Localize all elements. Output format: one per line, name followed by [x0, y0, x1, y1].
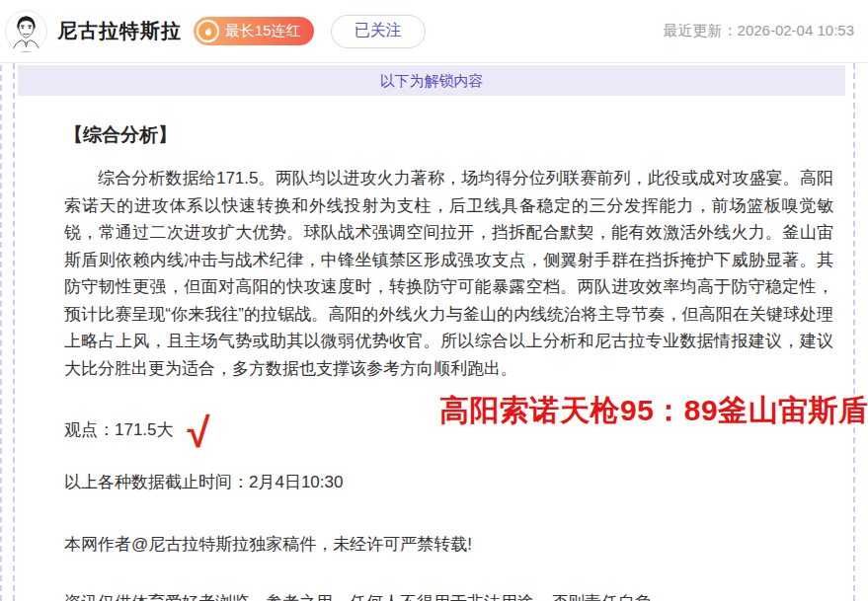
streak-badge: 最长15连红	[194, 17, 314, 45]
copyright-notice: 本网作者@尼古拉特斯拉独家稿件，未经许可严禁转载!	[15, 533, 853, 556]
author-header: 尼古拉特斯拉 最长15连红 已关注 最近更新：2026-02-04 10:53	[0, 0, 868, 63]
viewpoint-label: 观点：171.5大	[64, 420, 174, 439]
section-title: 【综合分析】	[15, 122, 853, 148]
author-name: 尼古拉特斯拉	[57, 18, 182, 44]
last-updated-text: 最近更新：2026-02-04 10:53	[664, 22, 854, 40]
unlock-banner: 以下为解锁内容	[18, 65, 845, 96]
followed-button[interactable]: 已关注	[331, 15, 426, 48]
page-edge-dashed-border	[0, 65, 2, 601]
data-cutoff-text: 以上各种数据截止时间：2月4日10:30	[15, 471, 853, 493]
disclaimer-text: 资讯仅供体育爱好者浏览、参考之用。任何人不得用于非法用途，否则责任自负。	[15, 591, 853, 601]
author-avatar[interactable]	[5, 10, 47, 52]
score-prediction: 高阳索诺天枪95：89釜山宙斯盾	[439, 391, 868, 431]
analysis-paragraph: 综合分析数据给171.5。两队均以进攻火力著称，场均得分位列联赛前列，此役或成对…	[15, 165, 853, 382]
streak-badge-label: 最长15连红	[225, 22, 301, 40]
unlocked-content-box: 以下为解锁内容 【综合分析】 综合分析数据给171.5。两队均以进攻火力著称，场…	[13, 63, 855, 601]
portrait-icon	[5, 38, 47, 52]
flame-icon	[197, 20, 219, 42]
